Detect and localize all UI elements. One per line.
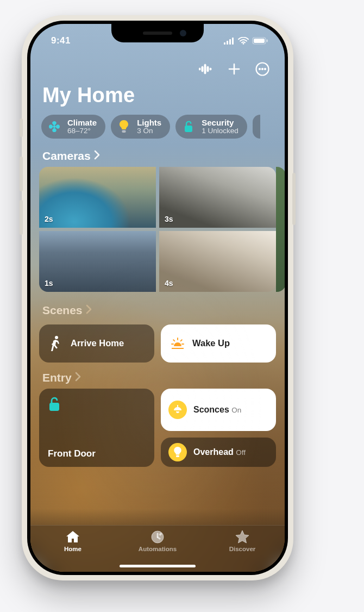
ceiling-light-icon [168,401,187,419]
lock-open-icon [181,119,196,134]
more-button[interactable] [254,61,271,77]
chip-sub: 1 Unlocked [202,127,239,135]
scene-wake-up[interactable]: Wake Up [161,324,276,363]
screen: 9:41 [30,24,285,572]
svg-rect-28 [49,403,59,411]
fan-icon [47,119,62,134]
svg-rect-27 [171,344,174,345]
camera-timestamp: 1s [45,279,53,288]
add-button[interactable] [226,61,242,77]
camera-timestamp: 2s [45,215,53,223]
scene-label: Arrive Home [71,338,124,348]
section-title: Entry [42,371,72,384]
section-scenes-header[interactable]: Scenes [39,303,276,321]
svg-rect-9 [202,66,203,72]
device-notch [111,24,204,42]
svg-point-17 [261,68,263,70]
svg-rect-10 [204,64,206,74]
svg-rect-3 [232,38,234,45]
svg-rect-0 [224,42,225,45]
svg-rect-26 [181,344,184,345]
toolbar [39,59,276,82]
camera-timestamp: 3s [165,215,173,223]
status-chips-row[interactable]: Climate 68–72° Lights 3 On [39,115,276,148]
scene-label: Wake Up [192,338,230,348]
cameras-grid: 2s 3s 1s 4s [39,167,276,292]
chip-security[interactable]: Security 1 Unlocked [175,115,247,139]
section-title: Scenes [42,304,83,317]
section-cameras-header[interactable]: Cameras [39,148,276,167]
chip-label: Climate [67,118,97,127]
accessory-sconces[interactable]: Sconces On [161,389,276,431]
page-title: My Home [39,82,276,115]
svg-rect-7 [267,40,268,42]
svg-rect-12 [210,68,211,70]
svg-rect-8 [199,68,200,70]
camera-timestamp: 4s [165,279,173,288]
svg-point-22 [55,336,58,339]
chip-label: Lights [137,118,161,127]
battery-icon [252,37,268,45]
scene-arrive-home[interactable]: Arrive Home [39,324,154,363]
tab-home[interactable]: Home [31,530,115,552]
svg-rect-21 [185,126,192,132]
tab-discover[interactable]: Discover [200,530,284,552]
svg-point-19 [53,126,56,128]
svg-rect-11 [207,66,209,72]
accessory-sub: On [231,406,241,414]
section-entry-header[interactable]: Entry [39,370,276,389]
cameras-overflow-peek[interactable] [276,167,285,292]
bulb-icon [116,119,131,134]
chevron-right-icon [86,304,92,317]
tab-label: Automations [139,546,177,552]
tab-label: Discover [229,546,256,552]
chip-label: Security [202,118,239,127]
chip-climate[interactable]: Climate 68–72° [41,115,105,139]
chip-overflow-peek[interactable] [253,115,260,139]
svg-point-4 [243,43,244,45]
svg-rect-1 [227,41,228,45]
chevron-right-icon [75,371,81,384]
chip-sub: 68–72° [67,127,97,135]
svg-rect-20 [122,130,126,133]
chip-sub: 3 On [137,127,161,135]
svg-point-16 [259,68,260,70]
accessory-label: Front Door [48,448,146,459]
lock-open-icon [48,396,146,415]
camera-tile[interactable]: 2s [39,167,156,228]
cellular-icon [224,38,235,45]
accessory-label: Overhead [193,447,234,457]
section-title: Cameras [42,149,91,163]
svg-rect-23 [177,338,178,340]
person-walking-icon [48,335,64,352]
svg-rect-25 [173,339,175,342]
accessory-overhead[interactable]: Overhead Off [161,438,276,467]
svg-rect-30 [176,455,179,457]
camera-tile[interactable]: 1s [39,231,156,292]
tab-automations[interactable]: Automations [116,530,199,552]
camera-tile[interactable]: 3s [159,167,276,228]
bulb-icon [168,443,187,461]
camera-tile[interactable]: 4s [159,231,276,292]
svg-rect-29 [177,405,178,407]
tab-label: Home [64,546,81,552]
svg-point-18 [264,68,266,70]
svg-rect-24 [180,339,183,342]
chevron-right-icon [94,149,100,163]
status-time: 9:41 [51,35,71,46]
sunrise-icon [170,337,186,350]
wifi-icon [238,37,249,45]
accessory-front-door[interactable]: Front Door [39,389,154,467]
chip-lights[interactable]: Lights 3 On [111,115,170,139]
home-indicator[interactable] [120,565,196,567]
accessory-sub: Off [236,448,246,457]
announce-icon[interactable] [198,61,214,77]
accessory-label: Sconces [193,405,229,414]
svg-rect-2 [229,39,231,45]
svg-rect-6 [254,39,265,43]
